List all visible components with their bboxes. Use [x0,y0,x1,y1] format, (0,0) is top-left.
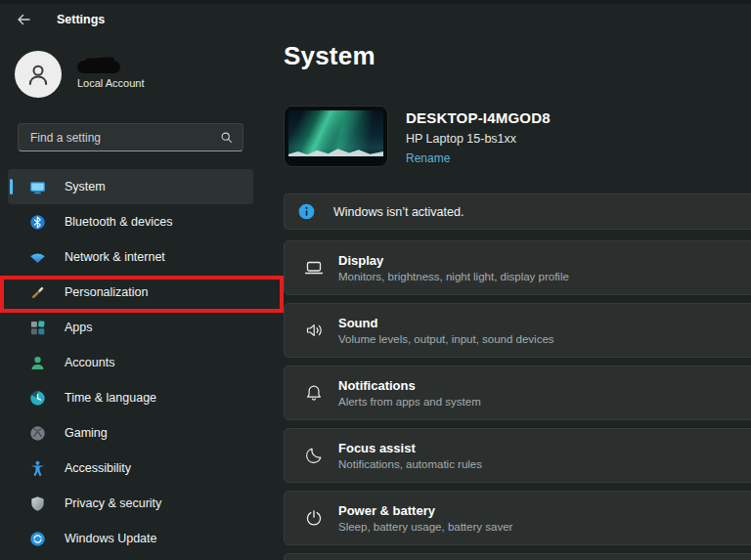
apps-grid-icon [29,320,46,336]
sidebar-item-bluetooth-devices[interactable]: Bluetooth & devices [8,204,253,239]
rename-link[interactable]: Rename [406,151,450,165]
sidebar-item-label: Gaming [65,426,108,440]
card-partial-next[interactable] [284,553,751,560]
device-name: DESKTOP-I4MGOD8 [406,109,551,126]
card-display[interactable]: Display Monitors, brightness, night ligh… [284,240,751,295]
card-title: Display [338,253,569,268]
sidebar-nav: System Bluetooth & devices Network & int… [8,169,253,556]
card-notifications[interactable]: Notifications Alerts from apps and syste… [284,366,751,420]
sidebar-item-label: Accessibility [65,461,131,475]
sidebar-item-label: System [65,180,106,194]
card-subtitle: Sleep, battery usage, battery saver [338,521,512,533]
card-title: Notifications [338,378,481,393]
sidebar-item-label: Windows Update [65,532,157,545]
device-row: DESKTOP-I4MGOD8 HP Laptop 15-bs1xx Renam… [284,106,551,167]
sidebar-item-label: Time & language [65,391,156,405]
avatar [15,51,62,98]
update-arrows-icon [29,531,46,547]
card-title: Sound [338,316,554,330]
sidebar-item-accounts[interactable]: Accounts [8,345,253,380]
window-header: Settings [16,12,105,27]
sidebar-item-apps[interactable]: Apps [8,310,253,345]
card-subtitle: Notifications, automatic rules [338,458,482,470]
activation-banner-text: Windows isn’t activated. [333,205,464,219]
sidebar-item-gaming[interactable]: Gaming [8,415,253,451]
laptop-icon [302,256,326,280]
app-title: Settings [57,13,105,26]
aurora-wallpaper-image [288,110,383,162]
sidebar-item-label: Personalization [65,285,148,299]
account-text: Local Account [77,61,145,89]
person-icon [29,355,46,371]
sidebar-item-privacy-security[interactable]: Privacy & security [8,486,253,521]
page-title: System [284,41,376,71]
card-title: Power & battery [338,503,512,518]
sidebar-item-label: Accounts [65,356,114,369]
sidebar-item-time-language[interactable]: Time & language [8,380,253,415]
power-icon [302,506,326,530]
device-meta: DESKTOP-I4MGOD8 HP Laptop 15-bs1xx Renam… [406,106,551,167]
info-icon [298,203,315,220]
speaker-icon [302,319,326,342]
paintbrush-icon [29,284,46,301]
search-icon[interactable] [220,131,233,144]
sidebar-item-personalization[interactable]: Personalization [8,275,253,310]
card-focus-assist[interactable]: Focus assist Notifications, automatic ru… [284,428,751,483]
clock-icon [29,390,46,407]
user-icon [23,60,53,89]
sidebar-item-windows-update[interactable]: Windows Update [8,521,253,556]
bluetooth-icon [29,214,46,231]
account-row[interactable]: Local Account [15,51,145,98]
bell-icon [302,381,326,405]
device-model: HP Laptop 15-bs1xx [406,132,551,146]
card-subtitle: Monitors, brightness, night light, displ… [338,271,569,282]
device-thumbnail [284,106,388,167]
card-subtitle: Volume levels, output, input, sound devi… [338,333,554,345]
monitor-icon [29,179,46,195]
main-panel: System DESKTOP-I4MGOD8 HP Laptop 15-bs1x… [284,0,751,560]
activation-banner[interactable]: Windows isn’t activated. [284,194,751,230]
redacted-username [77,61,120,73]
sidebar-item-label: Apps [65,321,93,334]
crescent-moon-icon [302,444,326,467]
sidebar-item-label: Privacy & security [65,496,161,510]
wifi-icon [29,249,46,266]
sidebar-item-label: Network & internet [65,250,165,264]
sidebar-item-system[interactable]: System [8,169,253,204]
accessibility-person-icon [29,460,46,477]
xbox-icon [29,425,46,442]
account-type-label: Local Account [77,77,145,89]
sidebar-item-network-internet[interactable]: Network & internet [8,239,253,275]
card-subtitle: Alerts from apps and system [338,396,481,408]
back-arrow-icon[interactable] [16,12,31,27]
settings-window: Settings Local Account System Bluetooth … [0,0,751,560]
settings-cards: Display Monitors, brightness, night ligh… [284,240,751,553]
card-sound[interactable]: Sound Volume levels, output, input, soun… [284,303,751,358]
search-box[interactable] [18,123,243,151]
sidebar-item-label: Bluetooth & devices [65,215,173,229]
card-title: Focus assist [338,441,482,455]
card-power-battery[interactable]: Power & battery Sleep, battery usage, ba… [284,491,751,545]
search-input[interactable] [30,131,220,145]
sidebar-item-accessibility[interactable]: Accessibility [8,451,253,486]
shield-icon [29,495,46,512]
